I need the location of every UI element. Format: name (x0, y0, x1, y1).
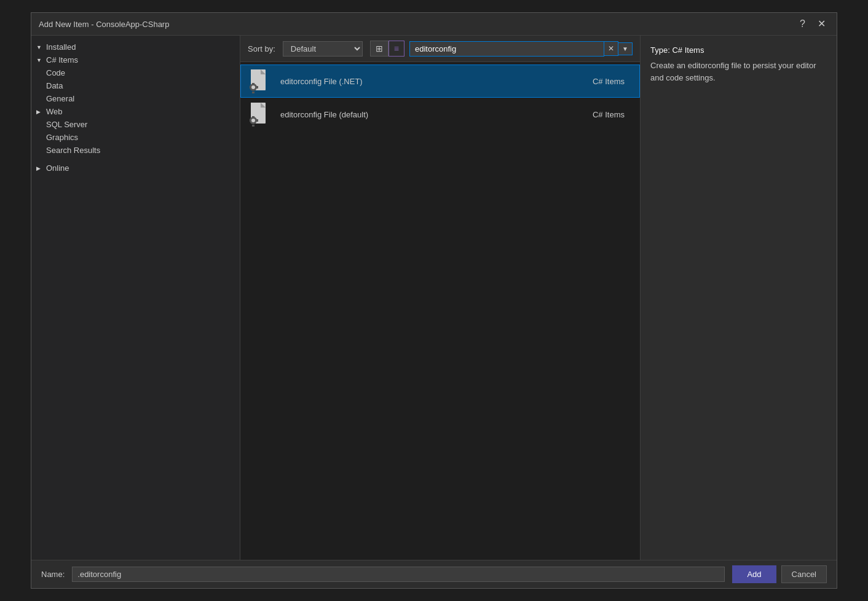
installed-arrow: ▼ (36, 44, 44, 50)
sidebar: ▼ Installed ▼ C# Items Code Data General (31, 36, 240, 560)
bottom-bar: Name: Add Cancel (31, 560, 837, 588)
editorconfig-default-icon (250, 102, 272, 127)
title-bar: Add New Item - ConsoleApp-CSharp ? ✕ (31, 13, 837, 36)
sidebar-item-sql-label: SQL Server (46, 120, 87, 129)
online-arrow: ▶ (36, 165, 44, 171)
close-button[interactable]: ✕ (814, 18, 829, 30)
svg-rect-8 (256, 86, 258, 88)
editorconfig-net-icon (250, 69, 272, 93)
sidebar-item-installed-label: Installed (46, 42, 76, 52)
content-area: Sort by: Default Name Type ⊞ ≡ ✕ ▼ (240, 36, 640, 560)
sidebar-item-c-items[interactable]: ▼ C# Items (31, 53, 240, 66)
item-name: editorconfig File (.NET) (280, 77, 593, 86)
sidebar-item-code-label: Code (46, 68, 65, 77)
type-value: C# Items (672, 45, 704, 55)
view-grid-button[interactable]: ⊞ (370, 41, 389, 57)
search-input[interactable] (409, 41, 604, 57)
sidebar-item-online[interactable]: ▶ Online (31, 162, 240, 175)
svg-rect-15 (252, 125, 254, 127)
items-list: editorconfig File (.NET) C# Items (240, 62, 640, 560)
right-panel: Type: C# Items Create an editorconfig fi… (640, 36, 837, 560)
item-icon (248, 69, 273, 93)
svg-rect-6 (252, 92, 254, 93)
svg-rect-14 (252, 116, 254, 119)
sidebar-item-installed[interactable]: ▼ Installed (31, 41, 240, 53)
item-category: C# Items (593, 77, 625, 86)
sidebar-item-graphics-label: Graphics (46, 133, 78, 142)
sidebar-item-web-label: Web (46, 107, 63, 116)
svg-rect-7 (250, 86, 251, 88)
view-toggle: ⊞ ≡ (370, 41, 404, 57)
list-item[interactable]: editorconfig File (.NET) C# Items (240, 65, 640, 98)
c-items-arrow: ▼ (36, 57, 44, 63)
sort-select[interactable]: Default Name Type (283, 41, 363, 57)
sidebar-item-data[interactable]: Data (31, 79, 240, 92)
svg-rect-2 (251, 69, 261, 74)
sidebar-item-general-label: General (46, 94, 74, 103)
type-description: Create an editorconfig file to persist y… (650, 60, 827, 84)
help-button[interactable]: ? (796, 18, 809, 30)
title-bar-buttons: ? ✕ (796, 18, 829, 30)
item-icon (248, 102, 273, 127)
type-row: Type: C# Items (650, 45, 827, 55)
search-dropdown-button[interactable]: ▼ (618, 42, 633, 55)
item-category: C# Items (593, 110, 625, 119)
sidebar-item-search-results-label: Search Results (46, 146, 100, 155)
svg-rect-11 (251, 103, 261, 108)
sidebar-item-online-label: Online (46, 163, 69, 173)
svg-point-4 (251, 85, 255, 89)
sidebar-item-graphics[interactable]: Graphics (31, 131, 240, 144)
add-button[interactable]: Add (732, 565, 776, 583)
svg-point-13 (251, 119, 255, 122)
sidebar-item-search-results[interactable]: Search Results (31, 144, 240, 157)
cancel-button[interactable]: Cancel (781, 565, 827, 583)
item-name: editorconfig File (default) (280, 110, 593, 119)
svg-rect-5 (252, 83, 254, 85)
svg-rect-16 (250, 119, 251, 122)
bottom-buttons: Add Cancel (732, 565, 827, 583)
sidebar-item-general[interactable]: General (31, 92, 240, 105)
sidebar-item-sql-server[interactable]: SQL Server (31, 118, 240, 131)
name-label: Name: (41, 570, 65, 579)
sort-label: Sort by: (248, 44, 275, 53)
list-item[interactable]: editorconfig File (default) C# Items (240, 98, 640, 131)
dialog-title: Add New Item - ConsoleApp-CSharp (39, 20, 169, 29)
name-input[interactable] (72, 567, 725, 582)
add-new-item-dialog: Add New Item - ConsoleApp-CSharp ? ✕ ▼ I… (31, 12, 837, 589)
search-clear-button[interactable]: ✕ (604, 41, 618, 56)
main-content: ▼ Installed ▼ C# Items Code Data General (31, 36, 837, 560)
web-arrow: ▶ (36, 109, 44, 115)
sidebar-item-data-label: Data (46, 81, 63, 90)
search-wrapper: ✕ ▼ (409, 41, 633, 57)
sidebar-item-c-items-label: C# Items (46, 55, 78, 65)
sidebar-item-web[interactable]: ▶ Web (31, 105, 240, 118)
view-list-button[interactable]: ≡ (389, 41, 404, 57)
type-label: Type: (650, 45, 670, 55)
sidebar-item-code[interactable]: Code (31, 66, 240, 79)
svg-rect-17 (256, 119, 258, 122)
toolbar: Sort by: Default Name Type ⊞ ≡ ✕ ▼ (240, 36, 640, 62)
